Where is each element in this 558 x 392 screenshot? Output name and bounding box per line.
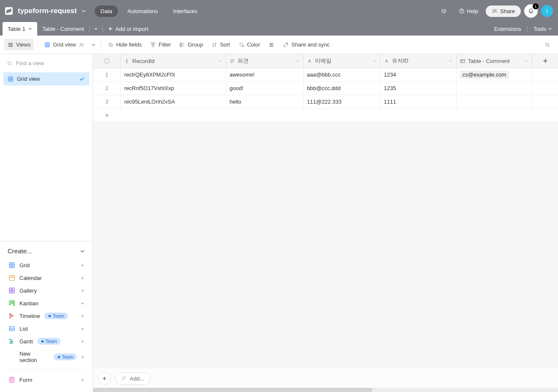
current-view[interactable]: Grid view <box>41 39 88 50</box>
create-item-label: Kanban <box>19 300 38 307</box>
create-timeline[interactable]: TimelineTeam+ <box>8 310 85 322</box>
cell[interactable] <box>457 82 532 95</box>
create-grid[interactable]: Grid+ <box>8 259 85 271</box>
color-button[interactable]: Color <box>235 39 263 50</box>
table-tab-2[interactable]: Table - Comment <box>37 22 89 36</box>
table-row[interactable]: 1rectrQEy8XPM2cFfXawesome!aaa@bbb.ccc123… <box>93 68 558 82</box>
cell[interactable]: rec95LenlLOnh2vSA <box>121 95 226 108</box>
svg-rect-23 <box>105 59 109 63</box>
filter-button[interactable]: Filter <box>147 39 174 50</box>
cell[interactable]: recRnf5O17VxhlXxp <box>121 82 226 95</box>
sort-button[interactable]: Sort <box>208 39 233 50</box>
cell[interactable]: cs@example.com <box>457 68 532 81</box>
notifications-button[interactable]: 1 <box>524 4 538 18</box>
create-kanban[interactable]: Kanban+ <box>8 297 85 310</box>
table-row[interactable]: 2recRnf5O17VxhlXxpgood!bbb@ccc.ddd1235 <box>93 82 558 95</box>
chevron-down-icon[interactable] <box>81 8 86 14</box>
cell[interactable]: 111@222.333 <box>304 95 380 108</box>
cell[interactable]: 1111 <box>380 95 457 108</box>
group-button[interactable]: Group <box>176 39 206 50</box>
svg-point-10 <box>8 61 11 64</box>
help-button[interactable]: Help <box>454 5 483 17</box>
cell[interactable]: good! <box>226 82 304 95</box>
tools-label: Tools <box>533 26 546 32</box>
plus-icon[interactable]: + <box>81 313 84 319</box>
create-toggle[interactable]: Create... <box>8 247 85 255</box>
cell[interactable]: 1235 <box>380 82 457 95</box>
plus-icon[interactable]: + <box>81 275 84 281</box>
view-item-grid[interactable]: Grid view <box>3 72 89 85</box>
create-form[interactable]: Form + <box>8 373 85 386</box>
base-name[interactable]: typeform-request <box>18 7 77 15</box>
views-button[interactable]: Views <box>4 39 34 50</box>
column-header-table-comment[interactable]: Table - Comment <box>457 54 532 68</box>
cell[interactable]: bbb@ccc.ddd <box>304 82 380 95</box>
table-tab-1[interactable]: Table 1 <box>3 22 37 36</box>
column-header-recordid[interactable]: RecordId <box>121 54 226 68</box>
plus-icon[interactable]: + <box>81 354 84 360</box>
add-or-import-button[interactable]: Add or import <box>103 22 153 36</box>
create-item-label: Timeline <box>19 313 40 319</box>
create-list[interactable]: List+ <box>8 322 85 335</box>
nav-interfaces[interactable]: Interfaces <box>167 5 203 17</box>
cell[interactable]: 1234 <box>380 68 457 81</box>
create-calendar[interactable]: Calendar+ <box>8 271 85 284</box>
create-gantt[interactable]: GanttTeam+ <box>8 335 85 348</box>
form-icon <box>8 376 15 383</box>
list-icon <box>8 325 15 332</box>
add-record-button[interactable] <box>98 372 111 385</box>
chevron-down-icon[interactable] <box>372 59 377 63</box>
column-header-opinion[interactable]: 의견 <box>226 54 304 68</box>
user-avatar[interactable]: I <box>541 5 553 17</box>
add-menu-button[interactable]: Add... <box>115 373 150 385</box>
chevron-down-icon[interactable] <box>295 59 300 63</box>
history-button[interactable] <box>437 5 451 16</box>
plus-icon[interactable]: + <box>81 326 84 332</box>
tabs-dropdown[interactable] <box>90 22 102 36</box>
search-button[interactable] <box>541 39 554 50</box>
extensions-button[interactable]: Extensions <box>494 26 521 32</box>
table-row[interactable]: 3rec95LenlLOnh2vSAhello111@222.3331111 <box>93 95 558 109</box>
text-icon <box>307 58 312 64</box>
cell[interactable]: awesome! <box>226 68 304 81</box>
add-row-button[interactable]: + <box>93 109 558 122</box>
plus-icon[interactable]: + <box>81 377 84 383</box>
chevron-down-icon[interactable] <box>449 59 453 63</box>
chevron-down-icon[interactable] <box>218 59 222 63</box>
create-label: Create... <box>8 247 32 255</box>
create-new-section[interactable]: New sectionTeam+ <box>8 348 85 366</box>
svg-rect-15 <box>12 288 14 290</box>
airtable-logo-icon[interactable] <box>5 7 13 15</box>
add-field-button[interactable] <box>532 54 558 68</box>
svg-rect-21 <box>9 326 14 331</box>
share-button[interactable]: Share <box>486 5 521 17</box>
nav-automations[interactable]: Automations <box>121 5 164 17</box>
horizontal-scrollbar[interactable] <box>93 388 558 392</box>
plus-icon[interactable]: + <box>81 338 84 345</box>
cell[interactable] <box>457 95 532 108</box>
select-all-checkbox[interactable] <box>93 54 121 68</box>
cell[interactable]: hello <box>226 95 304 108</box>
hide-fields-button[interactable]: Hide fields <box>104 39 145 50</box>
plus-icon[interactable]: + <box>81 288 84 294</box>
create-gallery[interactable]: Gallery+ <box>8 284 85 297</box>
data-grid: RecordId 의견 이메일 유저ID Table - Comment <box>93 54 558 392</box>
nav-data[interactable]: Data <box>95 5 118 17</box>
find-view-input[interactable]: Find a view <box>0 54 93 72</box>
cell[interactable]: rectrQEy8XPM2cFfX <box>121 68 226 81</box>
share-label: Share <box>500 8 515 14</box>
tools-button[interactable]: Tools <box>533 26 552 32</box>
view-dropdown[interactable] <box>90 40 97 49</box>
main-area: Find a view Grid view Create... Grid+Cal… <box>0 54 558 392</box>
views-label: Views <box>16 41 30 48</box>
app-header: typeform-request Data Automations Interf… <box>0 0 558 22</box>
chevron-down-icon[interactable] <box>524 59 528 63</box>
cell[interactable]: aaa@bbb.ccc <box>304 68 380 81</box>
share-sync-button[interactable]: Share and sync <box>279 39 333 50</box>
form-label: Form <box>19 377 32 383</box>
plus-icon[interactable]: + <box>81 262 84 269</box>
column-header-email[interactable]: 이메일 <box>304 54 380 68</box>
column-header-userid[interactable]: 유저ID <box>380 54 457 68</box>
row-height-button[interactable] <box>265 39 278 50</box>
plus-icon[interactable]: + <box>81 300 84 307</box>
